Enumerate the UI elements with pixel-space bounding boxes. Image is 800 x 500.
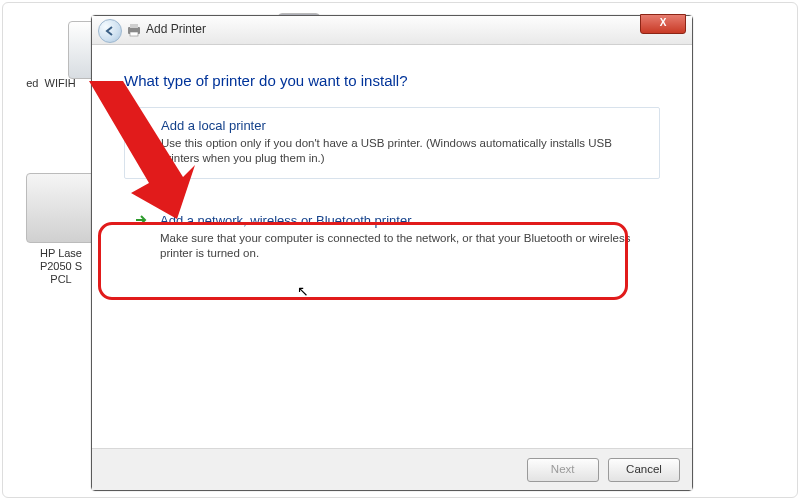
printer-icon (126, 22, 142, 38)
dialog-footer: Next Cancel (92, 448, 692, 490)
option-network-desc: Make sure that your computer is connecte… (160, 231, 648, 261)
dialog-heading: What type of printer do you want to inst… (124, 72, 660, 89)
svg-rect-1 (130, 24, 138, 28)
option-local-desc: Use this option only if you don't have a… (161, 136, 647, 166)
desktop-label-ed: ed WIFIH (11, 77, 91, 89)
arrow-right-icon (134, 213, 148, 227)
arrow-right-icon (135, 118, 149, 132)
option-local-printer[interactable]: Add a local printer Use this option only… (124, 107, 660, 179)
dialog-title: Add Printer (146, 22, 206, 36)
close-icon: X (660, 17, 667, 28)
add-printer-dialog: Add Printer X What type of printer do yo… (91, 15, 693, 491)
svg-rect-2 (130, 32, 138, 36)
printer-thumb (26, 173, 96, 243)
back-button[interactable] (98, 19, 122, 43)
screenshot-frame: ed WIFIH HP Lase P2050 S PCL Add Printer… (2, 2, 798, 498)
printer-label: HP Lase P2050 S PCL (21, 247, 101, 286)
dialog-body: What type of printer do you want to inst… (92, 44, 692, 448)
option-local-title: Add a local printer (161, 118, 647, 133)
cancel-button[interactable]: Cancel (608, 458, 680, 482)
back-arrow-icon (104, 25, 116, 37)
desktop-icon-printer[interactable]: HP Lase P2050 S PCL (21, 173, 101, 286)
next-button[interactable]: Next (527, 458, 599, 482)
option-network-title: Add a network, wireless or Bluetooth pri… (160, 213, 648, 228)
dialog-titlebar: Add Printer X (92, 16, 692, 45)
label: WIFIH (45, 77, 76, 89)
option-network-printer[interactable]: Add a network, wireless or Bluetooth pri… (124, 203, 660, 275)
label: ed (26, 77, 38, 89)
close-button[interactable]: X (640, 14, 686, 34)
